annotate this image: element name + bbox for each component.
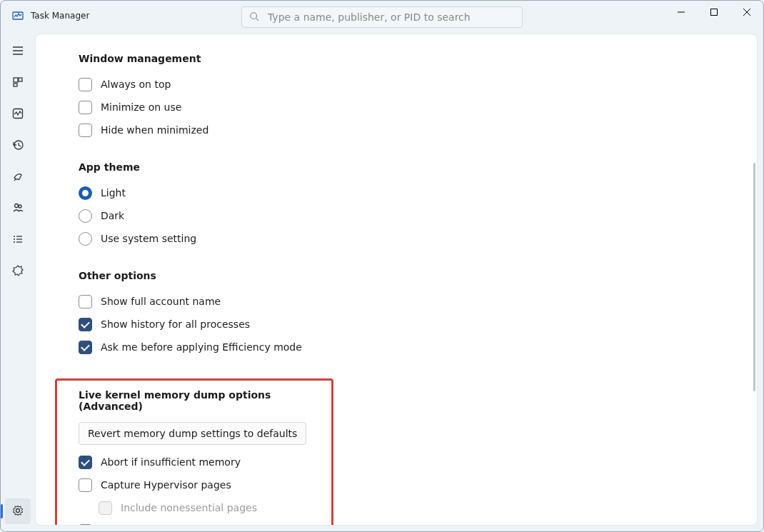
radio[interactable]	[79, 209, 92, 223]
users-icon[interactable]	[11, 201, 25, 215]
checkbox-label: Show history for all processes	[101, 318, 250, 330]
radio[interactable]	[79, 232, 92, 246]
minimize-button[interactable]	[665, 1, 698, 24]
svg-rect-12	[14, 84, 17, 86]
performance-icon[interactable]	[11, 106, 25, 121]
radio-row-system[interactable]: Use system setting	[79, 227, 757, 250]
app-title: Task Manager	[31, 11, 89, 21]
checkbox-row-capture-hv[interactable]: Capture Hypervisor pages	[79, 473, 310, 496]
processes-icon[interactable]	[11, 75, 25, 89]
svg-point-22	[14, 241, 15, 243]
svg-point-24	[16, 508, 20, 512]
history-icon[interactable]	[11, 138, 25, 152]
radio-label: Light	[101, 187, 126, 199]
checkbox[interactable]	[79, 124, 92, 137]
radio-label: Use system setting	[101, 233, 196, 244]
checkbox-row-efficiency[interactable]: Ask me before applying Efficiency mode	[79, 336, 757, 358]
checkbox-label: Minimize on use	[101, 101, 181, 113]
checkbox-row-always-on-top[interactable]: Always on top	[79, 73, 757, 96]
section-kernel-dump: Live kernel memory dump options (Advance…	[79, 389, 310, 526]
section-other-options: Other options Show full account name Sho…	[79, 270, 757, 358]
radio-label: Dark	[101, 210, 124, 221]
checkbox[interactable]	[79, 524, 92, 526]
checkbox[interactable]	[79, 295, 92, 308]
section-title: App theme	[79, 161, 757, 173]
maximize-button[interactable]	[698, 1, 730, 24]
svg-point-16	[15, 204, 19, 208]
checkbox-label: Include nonessential pages	[121, 502, 257, 513]
radio-row-light[interactable]: Light	[79, 181, 757, 204]
svg-point-17	[19, 205, 21, 208]
checkbox	[99, 501, 112, 515]
details-icon[interactable]	[11, 232, 25, 246]
checkbox-row-history-all[interactable]: Show history for all processes	[79, 313, 757, 336]
gear-icon	[12, 505, 24, 518]
settings-panel: Window management Always on top Minimize…	[35, 34, 758, 526]
svg-rect-10	[14, 78, 18, 82]
checkbox-row-include-nonessential: Include nonessential pages	[99, 496, 310, 519]
svg-line-2	[256, 18, 259, 21]
svg-line-15	[14, 179, 16, 181]
highlighted-section: Live kernel memory dump options (Advance…	[55, 378, 333, 526]
svg-point-18	[14, 236, 15, 237]
sidebar	[1, 34, 35, 531]
checkbox[interactable]	[79, 341, 92, 354]
checkbox-label: Show full account name	[101, 296, 221, 307]
section-title: Window management	[79, 53, 757, 64]
section-app-theme: App theme Light Dark Use system setting	[79, 161, 757, 250]
svg-point-20	[14, 239, 15, 240]
services-icon[interactable]	[11, 264, 25, 278]
checkbox[interactable]	[79, 318, 92, 331]
checkbox[interactable]	[79, 78, 92, 91]
checkbox-label: Ask me before applying Efficiency mode	[101, 341, 302, 353]
app-icon	[12, 10, 24, 21]
checkbox-label: Hide when minimized	[101, 124, 208, 136]
checkbox-label: Capture Hypervisor pages	[101, 479, 231, 491]
close-button[interactable]	[730, 1, 763, 24]
checkbox-label: Abort if insufficient memory	[101, 456, 241, 468]
search-box[interactable]	[241, 6, 523, 28]
scrollbar-thumb[interactable]	[753, 163, 755, 391]
section-title: Live kernel memory dump options (Advance…	[79, 389, 310, 412]
settings-button[interactable]	[5, 498, 31, 524]
button-label: Revert memory dump settings to defaults	[88, 428, 297, 439]
startup-icon[interactable]	[11, 169, 25, 184]
section-window-management: Window management Always on top Minimize…	[79, 53, 757, 141]
checkbox-row-hide-when-minimized[interactable]: Hide when minimized	[79, 119, 757, 141]
checkbox[interactable]	[79, 101, 92, 114]
search-input[interactable]	[266, 11, 515, 24]
svg-rect-4	[711, 9, 718, 16]
svg-point-1	[251, 12, 257, 19]
search-icon	[249, 11, 259, 24]
svg-rect-11	[19, 78, 22, 81]
radio[interactable]	[79, 186, 92, 200]
radio-row-dark[interactable]: Dark	[79, 204, 757, 227]
section-title: Other options	[79, 270, 757, 281]
window-controls	[665, 1, 763, 24]
revert-defaults-button[interactable]: Revert memory dump settings to defaults	[79, 422, 306, 445]
checkbox[interactable]	[79, 456, 92, 469]
checkbox[interactable]	[79, 478, 92, 492]
hamburger-icon[interactable]	[11, 44, 25, 58]
checkbox-label: Always on top	[101, 79, 171, 90]
checkbox-row-capture-user[interactable]: Capture user pages	[79, 519, 310, 526]
checkbox-row-minimize-on-use[interactable]: Minimize on use	[79, 96, 757, 119]
checkbox-row-abort[interactable]: Abort if insufficient memory	[79, 451, 310, 473]
checkbox-row-full-account[interactable]: Show full account name	[79, 290, 757, 313]
checkbox-label: Capture user pages	[101, 525, 198, 526]
